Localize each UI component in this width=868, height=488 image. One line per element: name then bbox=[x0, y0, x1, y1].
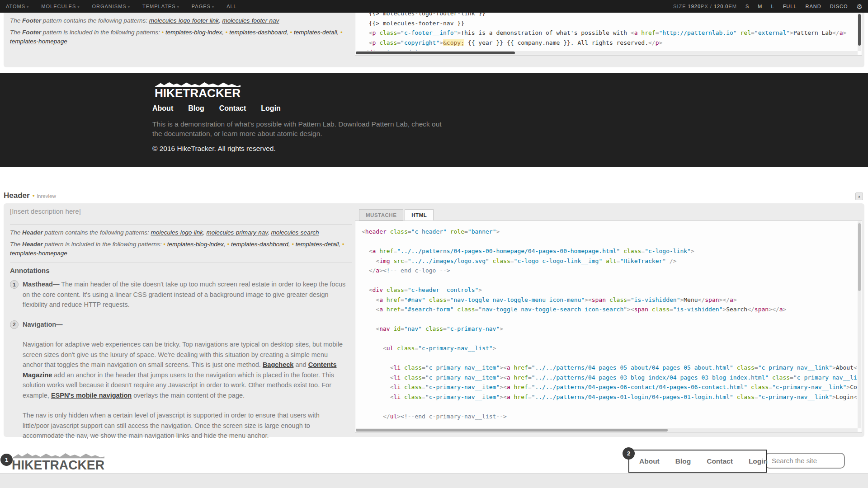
text-segment: • bbox=[342, 241, 344, 248]
code-token bbox=[447, 228, 450, 235]
code-token: class bbox=[379, 29, 397, 36]
text-segment: Footer bbox=[22, 17, 41, 24]
text-segment: • bbox=[340, 29, 343, 36]
primary-nav-link[interactable]: About bbox=[639, 457, 660, 465]
vertical-scrollbar[interactable] bbox=[858, 13, 861, 51]
pattern-link[interactable]: templates-homepage bbox=[10, 250, 67, 257]
code-token bbox=[737, 29, 741, 36]
viewport-size-button[interactable]: S bbox=[745, 4, 749, 9]
annotation-number-badge: 1 bbox=[10, 280, 19, 289]
code-token: role bbox=[450, 228, 464, 235]
code-token: = bbox=[397, 29, 401, 36]
code-token: = bbox=[510, 258, 514, 264]
code-token: "c-primary-nav__list" bbox=[418, 345, 492, 352]
code-line: </a><!-- end c-logo --> bbox=[362, 266, 857, 276]
pattern-link[interactable]: molecules-search bbox=[271, 229, 319, 236]
primary-nav-link[interactable]: Login bbox=[749, 457, 768, 465]
pattern-link[interactable]: ESPN's mobile navigation bbox=[51, 392, 132, 399]
primary-nav-link[interactable]: Contact bbox=[707, 457, 733, 465]
toolbar-menu-item[interactable]: ALL bbox=[226, 4, 237, 9]
search-input[interactable] bbox=[765, 453, 845, 469]
viewport-size-button[interactable]: RAND bbox=[806, 4, 821, 9]
viewport-size-button[interactable]: FULL bbox=[783, 4, 797, 9]
toolbar-menu-item[interactable]: MOLECULES ▾ bbox=[41, 4, 80, 9]
text-segment: • bbox=[290, 29, 294, 36]
footer-nav-link[interactable]: About bbox=[152, 104, 173, 113]
code-token: </ bbox=[854, 394, 857, 400]
gear-icon[interactable]: ⚙ bbox=[857, 3, 863, 10]
code-token: > bbox=[457, 29, 461, 36]
pattern-link[interactable]: templates-blog-index bbox=[167, 241, 224, 248]
code-token: > bbox=[843, 29, 847, 36]
code-token: = bbox=[769, 384, 772, 390]
text-segment: SIZE bbox=[673, 4, 688, 9]
pattern-link[interactable]: templates-dashboard bbox=[231, 241, 288, 248]
annotation-item: 1Masthead— The main header of the site d… bbox=[10, 279, 352, 310]
code-token: a bbox=[634, 29, 638, 36]
pattern-link[interactable]: templates-detail bbox=[296, 241, 339, 248]
pattern-link[interactable]: molecules-logo-link bbox=[151, 229, 203, 236]
annotation-item: 2Navigation—Navigation for adaptive web … bbox=[10, 319, 352, 461]
primary-nav-link[interactable]: Blog bbox=[675, 457, 691, 465]
viewport-size-button[interactable]: L bbox=[771, 4, 774, 9]
pattern-link[interactable]: templates-dashboard bbox=[229, 29, 287, 36]
code-tab[interactable]: MUSTACHE bbox=[359, 209, 403, 221]
code-token: > bbox=[500, 384, 503, 390]
annotation-marker-2[interactable]: 2 bbox=[623, 447, 635, 460]
code-token: > bbox=[500, 374, 503, 381]
code-token: > bbox=[832, 394, 836, 400]
pattern-link[interactable]: molecules-primary-nav bbox=[207, 229, 268, 236]
pattern-link[interactable]: templates-homepage bbox=[10, 38, 67, 45]
pattern-title[interactable]: Header bbox=[4, 191, 30, 200]
horizontal-scrollbar[interactable] bbox=[356, 51, 858, 55]
pattern-link[interactable]: templates-detail bbox=[294, 29, 337, 36]
code-token: = bbox=[404, 258, 408, 264]
toolbar-menu-item[interactable]: PAGES ▾ bbox=[192, 4, 214, 9]
code-token: > bbox=[478, 286, 482, 293]
viewport-size-button[interactable]: M bbox=[758, 4, 762, 9]
code-token: href bbox=[641, 29, 655, 36]
code-token: > bbox=[496, 228, 500, 235]
viewport-size-readout[interactable]: SIZE 1920PX / 120.0EM bbox=[673, 4, 737, 9]
code-token: </ bbox=[854, 364, 857, 371]
footer-nav-link[interactable]: Contact bbox=[219, 104, 246, 113]
code-token: "banner" bbox=[468, 228, 496, 235]
code-token: li bbox=[393, 374, 401, 381]
toolbar-menu-item[interactable]: TEMPLATES ▾ bbox=[142, 4, 179, 9]
code-token: "../../patterns/04-pages-05-about/04-pag… bbox=[532, 364, 733, 371]
pattern-link[interactable]: Bagcheck bbox=[263, 361, 294, 368]
collapse-panel-button[interactable]: ▲ bbox=[855, 192, 863, 200]
toolbar-menu-item[interactable]: ATOMS ▾ bbox=[6, 4, 29, 9]
hiketracker-logo[interactable]: HIKETRACKER bbox=[12, 452, 104, 471]
hiketracker-logo[interactable]: HIKETRACKER bbox=[152, 81, 243, 99]
code-token: "../../patterns/04-pages-01-login/04-pag… bbox=[532, 394, 733, 400]
patternlab-viewer: ATOMS ▾MOLECULES ▾ORGANISMS ▾TEMPLATES ▾… bbox=[0, 0, 868, 488]
text-segment: , bbox=[222, 29, 226, 36]
footer-nav-link[interactable]: Login bbox=[261, 104, 281, 113]
code-token: < bbox=[383, 345, 387, 352]
code-token: {{> molecules-logo-footer-link }} bbox=[362, 13, 486, 17]
code-token: = bbox=[528, 364, 532, 371]
code-line: <li class="c-primary-nav__item"><a href=… bbox=[362, 363, 857, 373]
code-token bbox=[376, 248, 379, 254]
annotation-marker-1[interactable]: 1 bbox=[0, 454, 13, 466]
code-token: < bbox=[376, 258, 379, 264]
code-token: = bbox=[408, 228, 411, 235]
viewport-size-button[interactable]: DISCO bbox=[830, 4, 848, 9]
toolbar-menu-item[interactable]: ORGANISMS ▾ bbox=[92, 4, 130, 9]
text-segment: The bbox=[10, 29, 22, 36]
pattern-link[interactable]: templates-blog-index bbox=[165, 29, 222, 36]
pattern-link[interactable]: molecules-logo-footer-link bbox=[149, 17, 219, 24]
code-token bbox=[362, 413, 383, 420]
code-tab[interactable]: HTML bbox=[405, 209, 434, 221]
horizontal-scrollbar[interactable] bbox=[356, 428, 858, 432]
code-token: </ bbox=[747, 306, 755, 313]
footer-nav-link[interactable]: Blog bbox=[188, 104, 204, 113]
footer-code-block: {{> molecules-logo-footer-link }} {{> mo… bbox=[362, 13, 857, 51]
code-token: "c-primary-nav__link" bbox=[758, 394, 832, 400]
annotations-list: 1Masthead— The main header of the site d… bbox=[10, 279, 352, 470]
code-token: "c-header" bbox=[411, 228, 447, 235]
code-token: This is a demonstration of what's possib… bbox=[461, 29, 631, 36]
pattern-link[interactable]: molecules-footer-nav bbox=[222, 17, 279, 24]
vertical-scrollbar[interactable] bbox=[858, 221, 861, 428]
